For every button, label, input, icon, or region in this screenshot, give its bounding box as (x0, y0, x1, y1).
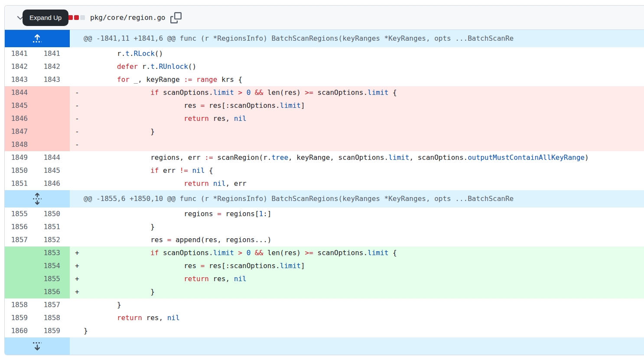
old-line-number[interactable]: 1855 (5, 207, 37, 220)
new-line-number[interactable] (37, 86, 70, 99)
old-line-number[interactable]: 1849 (5, 151, 37, 164)
new-line-number[interactable]: 1842 (37, 60, 70, 73)
new-line-number[interactable]: 1854 (37, 259, 70, 272)
new-line-number[interactable]: 1853 (37, 246, 70, 259)
expand-both-icon (32, 192, 42, 205)
diff-line-add: 1854+ res = res[:scanOptions.limit] (5, 259, 644, 272)
code-line: return res, nil (84, 272, 644, 285)
diff-line-del: 1847- } (5, 125, 644, 138)
code-line: regions = regions[1:] (84, 207, 644, 220)
code-line: defer r.t.RUnlock() (84, 60, 644, 73)
new-line-number[interactable]: 1852 (37, 233, 70, 246)
diff-line-del: 1844- if scanOptions.limit > 0 && len(re… (5, 86, 644, 99)
diff-line-ctx: 18421842 defer r.t.RUnlock() (5, 60, 644, 73)
old-line-number[interactable]: 1846 (5, 112, 37, 125)
code-line: return res, nil (84, 311, 644, 324)
code-line: res = append(res, regions...) (84, 233, 644, 246)
new-line-number[interactable]: 1859 (37, 324, 70, 337)
diff-marker: - (70, 99, 84, 112)
code-line: if scanOptions.limit > 0 && len(res) >= … (84, 86, 644, 99)
diff-line-add: 1856+ } (5, 285, 644, 298)
old-line-number[interactable]: 1851 (5, 177, 37, 190)
diff-marker (70, 233, 84, 246)
diff-marker (70, 73, 84, 86)
old-line-number[interactable]: 1858 (5, 298, 37, 311)
code-line: } (84, 298, 644, 311)
new-line-number[interactable]: 1855 (37, 272, 70, 285)
new-line-number[interactable]: 1844 (37, 151, 70, 164)
diff-line-ctx: 18571852 res = append(res, regions...) (5, 233, 644, 246)
diff-marker (70, 311, 84, 324)
expand-up-button[interactable] (5, 30, 70, 47)
code-line: res = res[:scanOptions.limit] (84, 99, 644, 112)
hunk-header-row: @@ -1841,11 +1841,6 @@ func (r *RegionsI… (5, 30, 644, 47)
diff-marker (70, 47, 84, 60)
old-line-number[interactable] (5, 285, 37, 298)
diff-body: @@ -1841,11 +1841,6 @@ func (r *RegionsI… (5, 30, 644, 355)
copy-path-icon[interactable] (170, 12, 182, 23)
diff-line-ctx: 18561851 } (5, 220, 644, 233)
new-line-number[interactable]: 1857 (37, 298, 70, 311)
diff-marker: + (70, 272, 84, 285)
code-line (84, 138, 644, 151)
expand-down-icon (32, 341, 42, 351)
code-line: res = res[:scanOptions.limit] (84, 259, 644, 272)
new-line-number[interactable]: 1851 (37, 220, 70, 233)
old-line-number[interactable]: 1848 (5, 138, 37, 151)
old-line-number[interactable]: 1844 (5, 86, 37, 99)
new-line-number[interactable]: 1850 (37, 207, 70, 220)
old-line-number[interactable]: 1847 (5, 125, 37, 138)
old-line-number[interactable]: 1850 (5, 164, 37, 177)
old-line-number[interactable]: 1860 (5, 324, 37, 337)
code-line: return nil, err (84, 177, 644, 190)
new-line-number[interactable] (37, 99, 70, 112)
diff-marker: + (70, 246, 84, 259)
old-line-number[interactable]: 1841 (5, 47, 37, 60)
old-line-number[interactable]: 1842 (5, 60, 37, 73)
expand-up-tooltip: Expand Up (23, 10, 68, 26)
diff-marker: - (70, 125, 84, 138)
code-line: } (84, 285, 644, 298)
old-line-number[interactable] (5, 259, 37, 272)
old-line-number[interactable] (5, 246, 37, 259)
diff-marker (70, 298, 84, 311)
new-line-number[interactable]: 1858 (37, 311, 70, 324)
old-line-number[interactable]: 1857 (5, 233, 37, 246)
old-line-number[interactable] (5, 272, 37, 285)
diff-marker (70, 207, 84, 220)
new-line-number[interactable] (37, 125, 70, 138)
diffstat-square-deleted (74, 15, 79, 20)
file-path[interactable]: pkg/core/region.go (90, 13, 165, 22)
new-line-number[interactable]: 1846 (37, 177, 70, 190)
old-line-number[interactable]: 1856 (5, 220, 37, 233)
diffstat-square-neutral (80, 15, 85, 20)
new-line-number[interactable] (37, 112, 70, 125)
diff-line-ctx: 18511846 return nil, err (5, 177, 644, 190)
old-line-number[interactable]: 1859 (5, 311, 37, 324)
diff-marker (70, 60, 84, 73)
diff-marker (70, 164, 84, 177)
page: pkg/core/region.go Expand Up @@ -1841,11… (0, 0, 644, 363)
old-line-number[interactable]: 1845 (5, 99, 37, 112)
hunk-header-text (70, 337, 644, 355)
diff-marker: - (70, 138, 84, 151)
diff-line-ctx: 18551850 regions = regions[1:] (5, 207, 644, 220)
diff-line-ctx: 18491844 regions, err := scanRegion(r.tr… (5, 151, 644, 164)
old-line-number[interactable]: 1843 (5, 73, 37, 86)
diff-line-del: 1845- res = res[:scanOptions.limit] (5, 99, 644, 112)
diff-line-ctx: 18591858 return res, nil (5, 311, 644, 324)
new-line-number[interactable]: 1843 (37, 73, 70, 86)
expand-up-icon (32, 33, 42, 44)
diff-marker: + (70, 259, 84, 272)
expand-both-button[interactable] (5, 190, 70, 207)
diff-marker: - (70, 112, 84, 125)
new-line-number[interactable]: 1856 (37, 285, 70, 298)
hunk-header-text: @@ -1855,6 +1850,10 @@ func (r *RegionsI… (70, 190, 644, 207)
new-line-number[interactable] (37, 138, 70, 151)
new-line-number[interactable]: 1845 (37, 164, 70, 177)
diff-line-del: 1848- (5, 138, 644, 151)
code-line: if err != nil { (84, 164, 644, 177)
new-line-number[interactable]: 1841 (37, 47, 70, 60)
expand-down-button[interactable] (5, 337, 70, 355)
diff-line-add: 1853+ if scanOptions.limit > 0 && len(re… (5, 246, 644, 259)
